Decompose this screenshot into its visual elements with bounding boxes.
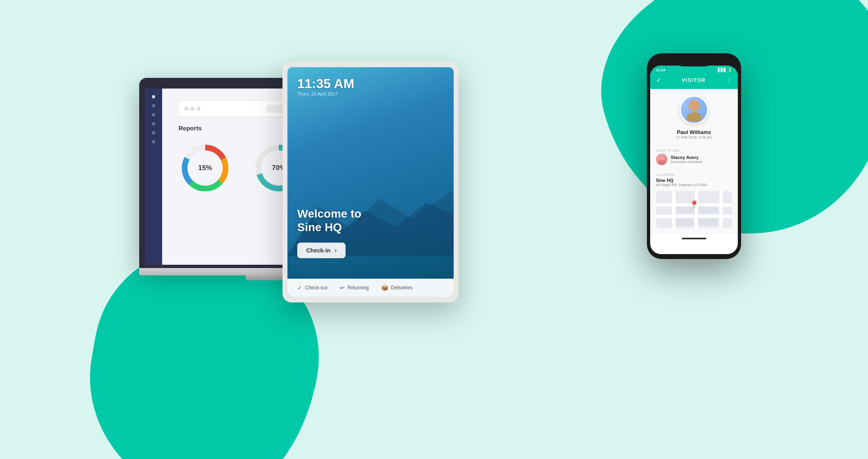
phone-body: Paul Williams 17 Feb 2019, 3:25 pm HOST … bbox=[650, 89, 738, 234]
svg-point-13 bbox=[658, 160, 665, 165]
tablet-checkout-item[interactable]: ✓ Check-out bbox=[297, 284, 328, 291]
deliveries-label: Deliveries bbox=[391, 285, 413, 291]
phone-header: ✓ VISITOR ⋮ bbox=[650, 74, 738, 89]
map-road-v3 bbox=[719, 191, 723, 228]
laptop-sidebar bbox=[145, 89, 162, 265]
location-address: 46 Magill Rd, Stepney SA 5069 bbox=[656, 183, 732, 187]
topbar-dot-3 bbox=[197, 107, 201, 111]
tablet-welcome: Welcome to Sine HQ bbox=[297, 207, 444, 234]
tablet-time: 11:35 AM bbox=[297, 76, 444, 91]
checkin-arrow-icon: › bbox=[335, 247, 337, 254]
phone-map: 📍 bbox=[656, 191, 732, 228]
tablet-device: 11:35 AM Thurs, 23 April 2017 Welcome to… bbox=[283, 61, 459, 302]
location-section-label: LOCATION bbox=[656, 173, 732, 177]
returning-icon: ↩ bbox=[340, 284, 345, 291]
tablet-checkin-button[interactable]: Check-in › bbox=[297, 243, 346, 258]
visitor-name: Paul Williams bbox=[656, 129, 732, 135]
host-info-row: HOST TO SEE Stacey Avery Executive Ass bbox=[656, 149, 732, 165]
tablet-date: Thurs, 23 April 2017 bbox=[297, 91, 444, 96]
sidebar-item-4 bbox=[152, 122, 155, 125]
visitor-date: 17 Feb 2019, 3:25 pm bbox=[656, 135, 732, 139]
host-details: Stacey Avery Executive Assistant bbox=[671, 155, 703, 164]
topbar-dots bbox=[184, 107, 201, 111]
phone-statusbar: 11:54 ▋▋▋ 🔋 bbox=[650, 66, 738, 74]
tablet-ui: 11:35 AM Thurs, 23 April 2017 Welcome to… bbox=[287, 67, 454, 297]
tablet-returning-item[interactable]: ↩ Returning bbox=[340, 284, 369, 291]
returning-label: Returning bbox=[348, 285, 369, 291]
host-title: Executive Assistant bbox=[671, 160, 703, 164]
map-block-4 bbox=[698, 218, 718, 225]
tablet-screen: 11:35 AM Thurs, 23 April 2017 Welcome to… bbox=[287, 67, 454, 297]
phone-notch bbox=[678, 58, 710, 66]
host-section-label: HOST TO SEE bbox=[656, 149, 732, 152]
visitor-avatar-wrap bbox=[656, 95, 732, 124]
phone-screen: 11:54 ▋▋▋ 🔋 ✓ VISITOR ⋮ bbox=[650, 66, 738, 254]
sidebar-item-5 bbox=[152, 131, 155, 134]
visitor-avatar bbox=[680, 95, 708, 124]
divider-2 bbox=[656, 169, 732, 170]
checkout-icon: ✓ bbox=[297, 284, 302, 291]
phone-signal-icon: ▋▋▋ 🔋 bbox=[718, 68, 732, 72]
checkout-label: Check-out bbox=[305, 285, 328, 291]
svg-point-12 bbox=[659, 155, 665, 161]
map-pin-icon: 📍 bbox=[689, 200, 699, 210]
sidebar-item-2 bbox=[152, 104, 155, 107]
host-name: Stacey Avery bbox=[671, 155, 703, 160]
phone-device: 11:54 ▋▋▋ 🔋 ✓ VISITOR ⋮ bbox=[647, 53, 741, 259]
divider-1 bbox=[656, 145, 732, 145]
tablet-bottom-bar: ✓ Check-out ↩ Returning 📦 Deliveries bbox=[287, 279, 454, 297]
phone-menu-icon[interactable]: ⋮ bbox=[726, 77, 732, 84]
sidebar-item-3 bbox=[152, 113, 155, 116]
host-person: Stacey Avery Executive Assistant bbox=[656, 154, 732, 165]
svg-point-11 bbox=[689, 100, 699, 110]
map-block-3 bbox=[676, 218, 694, 225]
svg-point-10 bbox=[687, 112, 701, 121]
sidebar-item-6 bbox=[152, 140, 155, 143]
checkin-label: Check-in bbox=[306, 247, 330, 254]
host-avatar bbox=[656, 154, 667, 165]
donut-chart-1: 15% bbox=[179, 141, 232, 195]
phone-header-title: VISITOR bbox=[682, 77, 705, 83]
topbar-dot-2 bbox=[190, 107, 194, 111]
map-road-v1 bbox=[672, 191, 676, 228]
location-info-row: LOCATION Sine HQ 46 Magill Rd, Stepney S… bbox=[656, 173, 732, 187]
phone-time: 11:54 bbox=[656, 68, 665, 72]
map-block-2 bbox=[698, 207, 718, 213]
phone-check-icon: ✓ bbox=[656, 76, 661, 84]
sidebar-item-1 bbox=[152, 95, 155, 98]
deliveries-icon: 📦 bbox=[381, 284, 388, 291]
location-name: Sine HQ bbox=[656, 178, 732, 183]
topbar-dot-1 bbox=[184, 107, 188, 111]
chart1-label: 15% bbox=[198, 164, 212, 172]
tablet-deliveries-item[interactable]: 📦 Deliveries bbox=[381, 284, 413, 291]
scene: Reports 15% bbox=[106, 45, 762, 414]
phone-home-indicator bbox=[682, 238, 706, 239]
